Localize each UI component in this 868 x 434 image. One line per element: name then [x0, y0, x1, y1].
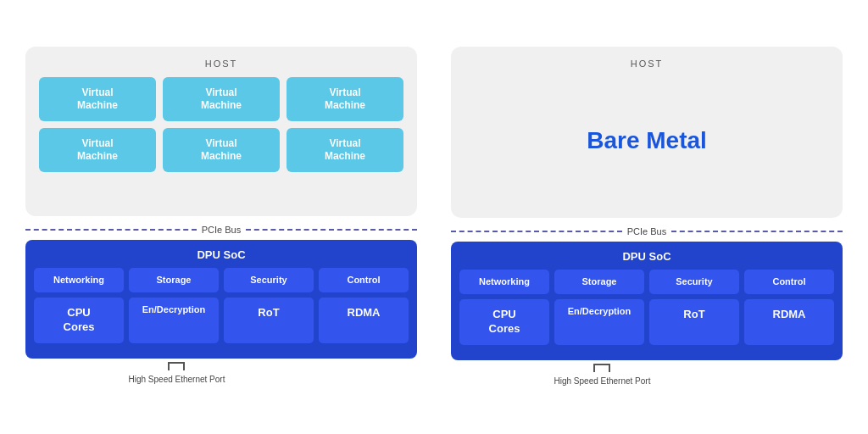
right-dpu-row2: CPUCores En/Decryption RoT RDMA — [459, 299, 834, 345]
left-rdma: RDMA — [319, 298, 409, 343]
right-port-area: High Speed Ethernet Port — [451, 364, 843, 387]
left-port-arrow — [168, 362, 185, 370]
left-networking: Networking — [34, 268, 124, 292]
left-pcie-label: PCIe Bus — [197, 225, 246, 235]
right-pcie-line-right — [671, 231, 843, 232]
left-rot: RoT — [224, 298, 314, 343]
right-storage: Storage — [554, 270, 644, 293]
left-pcie-line-right — [246, 229, 417, 231]
left-pcie-bus-row: PCIe Bus — [25, 225, 417, 235]
right-port-branches — [593, 364, 610, 372]
right-cpu-cores: CPUCores — [459, 299, 549, 345]
right-rot: RoT — [649, 299, 739, 345]
vm-card-6: VirtualMachine — [287, 128, 403, 172]
left-dpu-title: DPU SoC — [34, 248, 409, 261]
right-bare-metal-text: Bare Metal — [587, 127, 707, 154]
right-pcie-bus-row: PCIe Bus — [451, 226, 843, 236]
right-security: Security — [649, 270, 739, 293]
right-host-label: HOST — [465, 58, 829, 69]
left-dpu-soc: DPU SoC Networking Storage Security Cont… — [25, 240, 417, 358]
right-port-connector: High Speed Ethernet Port — [554, 364, 651, 387]
right-branch-2 — [609, 364, 610, 372]
right-host-box: HOST Bare Metal — [451, 47, 843, 218]
right-bare-metal-box: Bare Metal — [465, 77, 829, 204]
left-port-area: High Speed Ethernet Port — [25, 362, 417, 386]
left-dpu-row2: CPUCores En/Decryption RoT RDMA — [34, 298, 409, 343]
right-dpu-soc: DPU SoC Networking Storage Security Cont… — [451, 242, 843, 359]
right-dpu-title: DPU SoC — [459, 250, 834, 263]
right-dpu-row1: Networking Storage Security Control — [459, 270, 834, 293]
right-rdma: RDMA — [744, 299, 834, 345]
left-host-box: HOST VirtualMachine VirtualMachine Virtu… — [25, 47, 417, 216]
left-branch-1 — [168, 362, 170, 370]
vm-card-3: VirtualMachine — [287, 77, 403, 121]
right-networking: Networking — [459, 270, 549, 293]
left-en-decryption: En/Decryption — [129, 298, 219, 343]
right-column: HOST Bare Metal PCIe Bus DPU SoC Network… — [451, 47, 843, 387]
left-port-connector: High Speed Ethernet Port — [129, 362, 225, 386]
vm-card-2: VirtualMachine — [163, 77, 280, 121]
left-host-label: HOST — [39, 58, 403, 69]
left-port-label: High Speed Ethernet Port — [129, 374, 225, 386]
left-control: Control — [319, 268, 409, 292]
right-branch-1 — [593, 364, 595, 372]
left-branch-2 — [183, 362, 185, 370]
right-pcie-label: PCIe Bus — [622, 226, 671, 236]
vm-card-1: VirtualMachine — [39, 77, 156, 121]
left-column: HOST VirtualMachine VirtualMachine Virtu… — [25, 47, 417, 385]
right-control: Control — [744, 270, 834, 293]
left-pcie-line-left — [25, 229, 197, 231]
right-en-decryption: En/Decryption — [554, 299, 644, 345]
left-dpu-row1: Networking Storage Security Control — [34, 268, 409, 292]
vm-card-4: VirtualMachine — [39, 128, 156, 172]
right-port-arrow — [593, 364, 610, 372]
left-security: Security — [224, 268, 314, 292]
left-cpu-cores: CPUCores — [34, 298, 124, 343]
vm-card-5: VirtualMachine — [163, 128, 280, 172]
left-port-branches — [168, 362, 185, 370]
left-storage: Storage — [129, 268, 219, 292]
right-port-label: High Speed Ethernet Port — [554, 376, 651, 387]
main-container: HOST VirtualMachine VirtualMachine Virtu… — [0, 30, 868, 403]
left-vm-grid: VirtualMachine VirtualMachine VirtualMac… — [39, 77, 403, 172]
right-pcie-line-left — [451, 231, 622, 232]
